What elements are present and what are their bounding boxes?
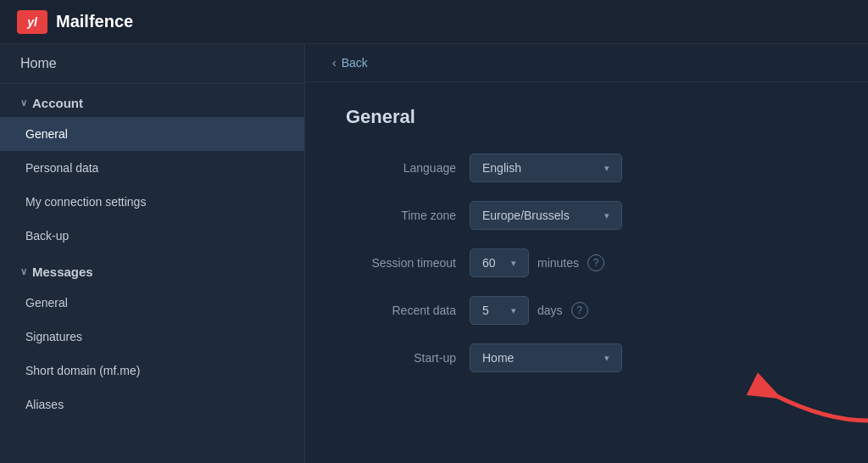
- sidebar-item-general-messages[interactable]: General: [0, 286, 304, 320]
- session-timeout-control: 60 ▾ minutes ?: [470, 248, 604, 277]
- logo-area: yl Mailfence: [17, 10, 133, 34]
- account-chevron-icon: ∨: [20, 98, 27, 109]
- back-chevron-icon: ‹: [332, 56, 337, 70]
- startup-control: Home ▾: [470, 343, 622, 372]
- messages-section-label: Messages: [32, 265, 93, 279]
- back-label: Back: [342, 56, 368, 70]
- header: yl Mailfence: [0, 0, 868, 44]
- timezone-value: Europe/Brussels: [482, 209, 570, 222]
- session-timeout-row: Session timeout 60 ▾ minutes ?: [346, 248, 827, 277]
- timezone-control: Europe/Brussels ▾: [470, 201, 622, 230]
- back-button[interactable]: ‹ Back: [305, 44, 868, 82]
- sidebar-item-home[interactable]: Home: [0, 44, 304, 84]
- content-body: General Language English ▾ Time zone Eur…: [305, 82, 868, 415]
- recent-data-label: Recent data: [346, 304, 456, 317]
- session-timeout-label: Session timeout: [346, 256, 456, 270]
- recent-data-value: 5: [482, 304, 489, 317]
- recent-data-select[interactable]: 5 ▾: [470, 296, 529, 325]
- language-row: Language English ▾: [346, 153, 827, 182]
- recent-data-dropdown-icon: ▾: [511, 305, 516, 316]
- session-timeout-dropdown-icon: ▾: [511, 258, 516, 269]
- recent-data-unit: days: [537, 304, 563, 317]
- session-timeout-help-icon[interactable]: ?: [587, 254, 604, 271]
- sidebar-item-signatures[interactable]: Signatures: [0, 320, 304, 354]
- startup-row: Start-up Home ▾: [346, 343, 827, 372]
- sidebar-section-account[interactable]: ∨ Account: [0, 84, 304, 117]
- timezone-select[interactable]: Europe/Brussels ▾: [470, 201, 622, 230]
- recent-data-row: Recent data 5 ▾ days ?: [346, 296, 827, 325]
- recent-data-control: 5 ▾ days ?: [470, 296, 588, 325]
- recent-data-help-icon[interactable]: ?: [571, 302, 588, 319]
- content-area: ‹ Back General Language English ▾ Time z…: [305, 44, 868, 463]
- sidebar-item-backup[interactable]: Back-up: [0, 219, 304, 253]
- sidebar-item-personal-data[interactable]: Personal data: [0, 151, 304, 185]
- sidebar-item-general-account[interactable]: General: [0, 117, 304, 151]
- session-timeout-select[interactable]: 60 ▾: [470, 248, 529, 277]
- language-dropdown-icon: ▾: [604, 163, 609, 174]
- main-layout: Home ∨ Account General Personal data My …: [0, 44, 868, 463]
- session-timeout-unit: minutes: [537, 256, 579, 270]
- language-value: English: [482, 161, 521, 175]
- sidebar-item-connection-settings[interactable]: My connection settings: [0, 185, 304, 219]
- sidebar-item-aliases[interactable]: Aliases: [0, 388, 304, 421]
- logo-text: Mailfence: [56, 12, 133, 31]
- account-section-label: Account: [32, 96, 83, 110]
- messages-chevron-icon: ∨: [20, 266, 27, 277]
- logo-icon: yl: [17, 10, 47, 34]
- sidebar-section-messages[interactable]: ∨ Messages: [0, 253, 304, 286]
- timezone-row: Time zone Europe/Brussels ▾: [346, 201, 827, 230]
- startup-label: Start-up: [346, 351, 456, 365]
- sidebar: Home ∨ Account General Personal data My …: [0, 44, 305, 463]
- startup-select[interactable]: Home ▾: [470, 343, 622, 372]
- startup-dropdown-icon: ▾: [604, 353, 609, 364]
- sidebar-item-short-domain[interactable]: Short domain (mf.me): [0, 354, 304, 388]
- language-control: English ▾: [470, 153, 622, 182]
- page-title: General: [346, 106, 827, 128]
- language-select[interactable]: English ▾: [470, 153, 622, 182]
- startup-value: Home: [482, 351, 514, 365]
- timezone-dropdown-icon: ▾: [604, 210, 609, 221]
- session-timeout-value: 60: [482, 256, 496, 270]
- timezone-label: Time zone: [346, 209, 456, 222]
- language-label: Language: [346, 161, 456, 175]
